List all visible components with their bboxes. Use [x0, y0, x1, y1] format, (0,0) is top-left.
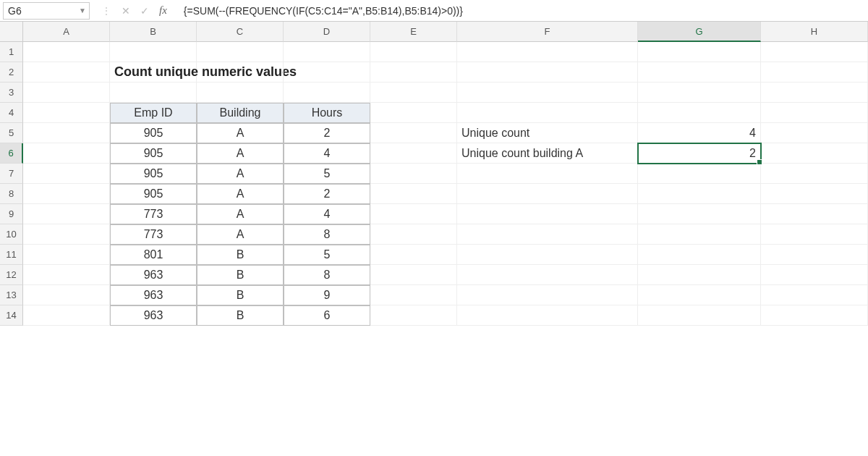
cell-G13[interactable] — [638, 285, 761, 305]
row-header-11[interactable]: 11 — [0, 245, 23, 265]
cancel-icon[interactable]: ✕ — [122, 5, 130, 17]
cell-G4[interactable] — [638, 103, 761, 123]
cell-C3[interactable] — [197, 83, 284, 103]
cell-G7[interactable] — [638, 164, 761, 184]
cell-F14[interactable] — [457, 305, 638, 326]
cell-G14[interactable] — [638, 305, 761, 326]
cell-E7[interactable] — [370, 164, 457, 184]
cell-A12[interactable] — [23, 265, 110, 285]
cell-A1[interactable] — [23, 42, 110, 62]
cell-A11[interactable] — [23, 245, 110, 265]
cell-H8[interactable] — [761, 184, 868, 204]
row-header-9[interactable]: 9 — [0, 204, 23, 224]
cell-H12[interactable] — [761, 265, 868, 285]
column-header-B[interactable]: B — [110, 22, 197, 42]
value-unique-count-a[interactable]: 2 — [638, 143, 761, 164]
cell-E10[interactable] — [370, 224, 457, 245]
cell-E9[interactable] — [370, 204, 457, 224]
cell-H5[interactable] — [761, 123, 868, 143]
cell-A9[interactable] — [23, 204, 110, 224]
cell-E8[interactable] — [370, 184, 457, 204]
row-header-10[interactable]: 10 — [0, 224, 23, 245]
formula-input[interactable]: {=SUM(--(FREQUENCY(IF(C5:C14="A",B5:B14)… — [179, 2, 865, 20]
cell-F12[interactable] — [457, 265, 638, 285]
row-header-6[interactable]: 6 — [0, 143, 23, 164]
row-header-7[interactable]: 7 — [0, 164, 23, 184]
cell-D3[interactable] — [284, 83, 370, 103]
column-header-G[interactable]: G — [638, 22, 761, 42]
cell-G3[interactable] — [638, 83, 761, 103]
column-header-F[interactable]: F — [457, 22, 638, 42]
chevron-down-icon[interactable]: ▼ — [79, 7, 86, 14]
column-header-A[interactable]: A — [23, 22, 110, 42]
cell-G11[interactable] — [638, 245, 761, 265]
cell-D1[interactable] — [284, 42, 370, 62]
cell-E3[interactable] — [370, 83, 457, 103]
row-header-1[interactable]: 1 — [0, 42, 23, 62]
cell-F10[interactable] — [457, 224, 638, 245]
row-header-3[interactable]: 3 — [0, 83, 23, 103]
enter-icon[interactable]: ✓ — [140, 5, 149, 17]
cell-G9[interactable] — [638, 204, 761, 224]
name-box[interactable]: G6 ▼ — [3, 2, 90, 20]
cell-F13[interactable] — [457, 285, 638, 305]
cell-H10[interactable] — [761, 224, 868, 245]
cell-H6[interactable] — [761, 143, 868, 164]
row-header-5[interactable]: 5 — [0, 123, 23, 143]
cell-B1[interactable] — [110, 42, 197, 62]
cell-F7[interactable] — [457, 164, 638, 184]
cell-G1[interactable] — [638, 42, 761, 62]
cell-G10[interactable] — [638, 224, 761, 245]
cell-D2[interactable] — [284, 62, 370, 83]
cell-H4[interactable] — [761, 103, 868, 123]
cell-A6[interactable] — [23, 143, 110, 164]
row-header-2[interactable]: 2 — [0, 62, 23, 83]
cell-A4[interactable] — [23, 103, 110, 123]
cell-A5[interactable] — [23, 123, 110, 143]
row-header-14[interactable]: 14 — [0, 305, 23, 326]
cell-H2[interactable] — [761, 62, 868, 83]
cell-E13[interactable] — [370, 285, 457, 305]
cell-E6[interactable] — [370, 143, 457, 164]
cell-F11[interactable] — [457, 245, 638, 265]
cell-H11[interactable] — [761, 245, 868, 265]
cell-F1[interactable] — [457, 42, 638, 62]
cell-E1[interactable] — [370, 42, 457, 62]
cell-H3[interactable] — [761, 83, 868, 103]
cell-E5[interactable] — [370, 123, 457, 143]
cell-F3[interactable] — [457, 83, 638, 103]
spreadsheet-grid[interactable]: ABCDEFGH12Count unique numeric values34E… — [0, 22, 868, 326]
cell-A7[interactable] — [23, 164, 110, 184]
cell-E11[interactable] — [370, 245, 457, 265]
cell-F4[interactable] — [457, 103, 638, 123]
row-header-12[interactable]: 12 — [0, 265, 23, 285]
row-header-8[interactable]: 8 — [0, 184, 23, 204]
cell-H14[interactable] — [761, 305, 868, 326]
row-header-13[interactable]: 13 — [0, 285, 23, 305]
fx-icon[interactable]: fx — [159, 4, 167, 17]
cell-H13[interactable] — [761, 285, 868, 305]
column-header-H[interactable]: H — [761, 22, 868, 42]
cell-G8[interactable] — [638, 184, 761, 204]
cell-E4[interactable] — [370, 103, 457, 123]
cell-A8[interactable] — [23, 184, 110, 204]
cell-G2[interactable] — [638, 62, 761, 83]
cell-H9[interactable] — [761, 204, 868, 224]
row-header-4[interactable]: 4 — [0, 103, 23, 123]
cell-G12[interactable] — [638, 265, 761, 285]
cell-A14[interactable] — [23, 305, 110, 326]
cell-F8[interactable] — [457, 184, 638, 204]
column-header-E[interactable]: E — [370, 22, 457, 42]
column-header-D[interactable]: D — [284, 22, 370, 42]
cell-C1[interactable] — [197, 42, 284, 62]
cell-E14[interactable] — [370, 305, 457, 326]
cell-H1[interactable] — [761, 42, 868, 62]
cell-A13[interactable] — [23, 285, 110, 305]
cell-A10[interactable] — [23, 224, 110, 245]
cell-B3[interactable] — [110, 83, 197, 103]
cell-E2[interactable] — [370, 62, 457, 83]
cell-F9[interactable] — [457, 204, 638, 224]
cell-A3[interactable] — [23, 83, 110, 103]
cell-H7[interactable] — [761, 164, 868, 184]
column-header-C[interactable]: C — [197, 22, 284, 42]
